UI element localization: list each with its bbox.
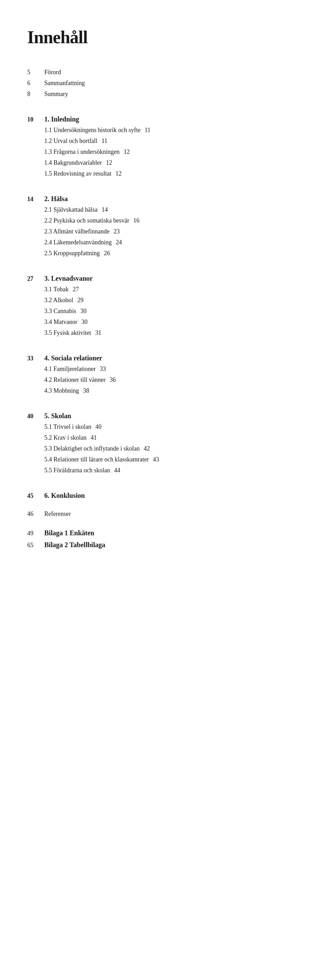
toc-chapter-page-1: 10 — [27, 115, 44, 124]
toc-item-5-3: 5.3 Delaktighet och inflytande i skolan … — [27, 444, 300, 453]
toc-page-3-3: 30 — [80, 307, 86, 316]
toc-item-5-2: 5.2 Krav i skolan 41 — [27, 433, 300, 442]
toc-item-4-3: 4.3 Mobbning 38 — [27, 386, 300, 395]
toc-item-bilaga2: 65 Bilaga 2 Tabellbilaga — [27, 540, 300, 550]
toc-label-2-3: 2.3 Allmänt välbefinnande — [44, 227, 109, 236]
toc-page-sammanfattning: 6 — [27, 79, 44, 88]
toc-item-2-2: 2.2 Psykiska och somatiska besvär 16 — [27, 216, 300, 225]
toc-item-4-2: 4.2 Relationer till vänner 36 — [27, 375, 300, 385]
toc-chapter-label-3: 3. Levnadsvanor — [44, 273, 93, 283]
toc-item-3-1: 3.1 Tobak 27 — [27, 285, 300, 294]
toc-page-1-5: 12 — [115, 169, 121, 178]
toc-label-referenser: Referenser — [44, 509, 71, 519]
toc-page-referenser: 46 — [27, 509, 44, 519]
toc-chapter-page-2: 14 — [27, 195, 44, 204]
toc-chapter-1: 10 1. Inledning — [27, 114, 300, 124]
toc-item-5-1: 5.1 Trivsel i skolan 40 — [27, 422, 300, 431]
toc-label-forord: Förord — [44, 68, 61, 77]
toc-item-1-2: 1.2 Urval och bortfall 11 — [27, 137, 300, 146]
toc-page-1-4: 12 — [106, 158, 112, 167]
toc-page-2-4: 24 — [116, 238, 122, 247]
toc-page-bilaga2: 65 — [27, 541, 44, 550]
toc-page-1-2: 11 — [102, 137, 107, 146]
toc-label-2-5: 2.5 Kroppsuppfattning — [44, 249, 100, 258]
toc-label-1-4: 1.4 Bakgrundsvariabler — [44, 158, 102, 167]
toc-chapter-2: 14 2. Hälsa — [27, 194, 300, 204]
toc-page-bilaga1: 49 — [27, 529, 44, 538]
toc-label-summary: Summary — [44, 89, 68, 99]
toc-label-1-1: 1.1 Undersökningens historik och syfte — [44, 126, 140, 135]
toc-item-1-4: 1.4 Bakgrundsvariabler 12 — [27, 158, 300, 167]
toc-page-3-1: 27 — [73, 285, 79, 294]
toc-label-1-5: 1.5 Redovisning av resultat — [44, 169, 112, 178]
toc-page-3-2: 29 — [77, 296, 83, 305]
toc-item-forord: 5 Förord — [27, 68, 300, 77]
toc-page-2-5: 26 — [104, 249, 110, 258]
toc-label-3-1: 3.1 Tobak — [44, 285, 69, 294]
toc-chapter-page-5: 40 — [27, 412, 44, 421]
toc-item-2-1: 2.1 Självskattad hälsa 14 — [27, 205, 300, 215]
toc-label-2-4: 2.4 Läkemedelsanvändning — [44, 238, 112, 247]
toc-page-5-2: 41 — [91, 433, 97, 442]
toc-page-5-4: 43 — [153, 455, 159, 464]
toc-label-sammanfattning: Sammanfattning — [44, 79, 85, 88]
toc-label-5-5: 5.5 Föräldrarna och skolan — [44, 466, 110, 475]
toc-label-4-1: 4.1 Familjerelationer — [44, 364, 96, 374]
toc-chapter-label-2: 2. Hälsa — [44, 194, 68, 204]
page-title: Innehåll — [27, 27, 300, 47]
table-of-contents: 5 Förord 6 Sammanfattning 8 Summary 10 1… — [27, 68, 300, 550]
toc-page-4-1: 33 — [100, 364, 106, 374]
toc-label-4-2: 4.2 Relationer till vänner — [44, 375, 105, 385]
toc-chapter-page-3: 27 — [27, 274, 44, 283]
toc-label-4-3: 4.3 Mobbning — [44, 386, 79, 395]
toc-page-1-1: 11 — [144, 126, 150, 135]
toc-page-4-3: 38 — [83, 386, 89, 395]
toc-label-5-2: 5.2 Krav i skolan — [44, 433, 86, 442]
toc-item-5-5: 5.5 Föräldrarna och skolan 44 — [27, 466, 300, 475]
toc-label-3-4: 3.4 Matvanor — [44, 318, 77, 327]
toc-label-bilaga2: Bilaga 2 Tabellbilaga — [44, 540, 105, 550]
toc-label-3-2: 3.2 Alkohol — [44, 296, 73, 305]
toc-chapter-4: 33 4. Sociala relationer — [27, 353, 300, 363]
toc-page-2-1: 14 — [102, 205, 108, 215]
toc-page-2-2: 16 — [133, 216, 139, 225]
toc-item-2-4: 2.4 Läkemedelsanvändning 24 — [27, 238, 300, 247]
toc-label-5-3: 5.3 Delaktighet och inflytande i skolan — [44, 444, 140, 453]
toc-chapter-label-4: 4. Sociala relationer — [44, 353, 102, 363]
toc-label-2-1: 2.1 Självskattad hälsa — [44, 205, 97, 215]
toc-label-2-2: 2.2 Psykiska och somatiska besvär — [44, 216, 129, 225]
toc-page-5-5: 44 — [114, 466, 120, 475]
toc-item-3-5: 3.5 Fysisk aktivitet 31 — [27, 328, 300, 337]
toc-label-1-2: 1.2 Urval och bortfall — [44, 137, 97, 146]
toc-page-summary: 8 — [27, 89, 44, 99]
toc-page-2-3: 23 — [113, 227, 120, 236]
toc-item-bilaga1: 49 Bilaga 1 Enkäten — [27, 528, 300, 538]
toc-chapter-5: 40 5. Skolan — [27, 411, 300, 421]
toc-item-1-1: 1.1 Undersökningens historik och syfte 1… — [27, 126, 300, 135]
toc-chapter-3: 27 3. Levnadsvanor — [27, 273, 300, 283]
toc-item-summary: 8 Summary — [27, 89, 300, 99]
toc-label-5-1: 5.1 Trivsel i skolan — [44, 422, 91, 431]
toc-item-sammanfattning: 6 Sammanfattning — [27, 79, 300, 88]
toc-item-2-3: 2.3 Allmänt välbefinnande 23 — [27, 227, 300, 236]
toc-page-5-3: 42 — [144, 444, 150, 453]
toc-page-forord: 5 — [27, 68, 44, 77]
toc-item-5-4: 5.4 Relationer till lärare och klasskamr… — [27, 455, 300, 464]
toc-item-1-5: 1.5 Redovisning av resultat 12 — [27, 169, 300, 178]
toc-item-3-2: 3.2 Alkohol 29 — [27, 296, 300, 305]
toc-page-4-2: 36 — [110, 375, 116, 385]
toc-item-2-5: 2.5 Kroppsuppfattning 26 — [27, 249, 300, 258]
toc-page-5-1: 40 — [96, 422, 102, 431]
toc-label-3-3: 3.3 Cannabis — [44, 307, 76, 316]
toc-chapter-label-1: 1. Inledning — [44, 114, 79, 124]
toc-chapter-page-6: 45 — [27, 492, 44, 501]
toc-label-bilaga1: Bilaga 1 Enkäten — [44, 528, 94, 538]
toc-page-3-5: 31 — [96, 328, 102, 337]
toc-page-3-4: 30 — [81, 318, 88, 327]
toc-item-3-4: 3.4 Matvanor 30 — [27, 318, 300, 327]
toc-item-4-1: 4.1 Familjerelationer 33 — [27, 364, 300, 374]
toc-item-1-3: 1.3 Frågorna i undersökningen 12 — [27, 147, 300, 156]
toc-item-3-3: 3.3 Cannabis 30 — [27, 307, 300, 316]
toc-chapter-6: 45 6. Konklusion — [27, 490, 300, 501]
toc-item-referenser: 46 Referenser — [27, 509, 300, 519]
